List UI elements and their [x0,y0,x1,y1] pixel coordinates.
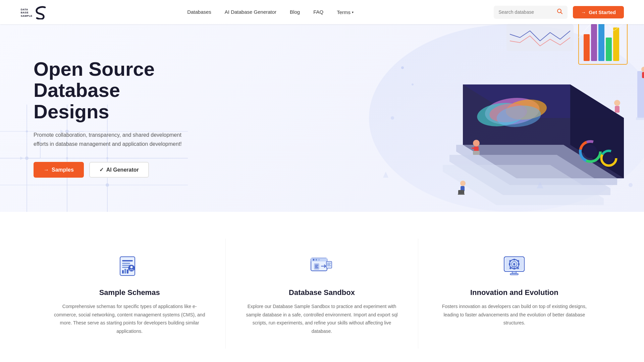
hero-buttons: → Samples ✓ AI Generator [34,162,195,178]
svg-rect-86 [122,270,124,274]
database-sandbox-icon [310,253,334,278]
terms-label: Terms [337,9,351,15]
arrow-right-icon: → [581,9,586,15]
svg-rect-33 [584,34,590,61]
svg-rect-87 [124,269,126,274]
svg-rect-119 [512,266,513,268]
sample-schemas-icon [117,253,142,278]
svg-point-94 [318,259,320,261]
nav-links: Databases AI Database Generator Blog FAQ… [187,9,354,15]
svg-point-47 [473,140,480,146]
nav-link-databases[interactable]: Databases [187,9,211,15]
svg-point-52 [614,100,620,106]
search-icon-button[interactable] [557,8,563,16]
svg-rect-51 [473,151,480,155]
sample-schemas-title: Sample Schemas [54,288,205,297]
svg-rect-71 [506,24,574,51]
svg-text:SAMPLE: SAMPLE [21,14,33,17]
nav-item-blog[interactable]: Blog [290,9,300,15]
sample-schemas-icon-wrap [116,252,143,279]
svg-rect-63 [642,72,644,78]
nav-item-ai[interactable]: AI Database Generator [225,9,276,15]
hero-description: Promote collaboration, transparency, and… [34,130,195,148]
svg-text:DATA: DATA [21,8,28,11]
nav-item-faq[interactable]: FAQ [313,9,323,15]
svg-rect-109 [514,259,515,260]
svg-rect-36 [606,38,612,61]
features-section: Sample Schemas Comprehensive schemas for… [0,212,644,362]
svg-point-93 [316,259,317,261]
svg-rect-100 [327,263,331,263]
svg-rect-88 [127,269,128,274]
svg-rect-97 [315,266,318,267]
svg-rect-121 [516,265,517,268]
svg-rect-111 [509,263,511,265]
get-started-button[interactable]: → Get Started [573,6,624,18]
arrow-right-icon: → [44,167,49,173]
get-started-label: Get Started [589,9,616,15]
svg-rect-98 [315,267,318,268]
svg-point-72 [401,66,404,69]
svg-rect-53 [615,106,620,113]
samples-button[interactable]: → Samples [34,162,84,178]
svg-point-73 [412,83,414,85]
navbar: DATA BASE SAMPLE Databases AI Database G… [0,0,644,24]
svg-rect-34 [591,24,597,61]
svg-rect-96 [315,265,318,265]
innovation-icon [502,253,526,278]
samples-label: Samples [52,167,74,173]
ai-generator-label: AI Generator [106,167,139,173]
svg-rect-58 [636,117,644,120]
svg-point-75 [629,183,633,187]
svg-rect-49 [472,147,474,149]
search-icon [557,8,563,14]
svg-rect-50 [476,147,479,149]
hero-illustration [362,24,644,212]
nav-right: → Get Started [494,6,624,19]
svg-rect-69 [458,190,464,194]
svg-point-85 [130,266,133,268]
innovation-desc: Fosters innovation as developers can bui… [438,302,590,327]
svg-rect-70 [458,194,465,195]
svg-rect-83 [122,267,129,268]
svg-rect-112 [518,263,520,265]
database-sandbox-icon-wrap [308,252,335,279]
svg-marker-78 [383,172,388,178]
svg-rect-102 [327,265,331,266]
svg-rect-80 [122,260,133,261]
svg-point-92 [313,259,315,261]
nav-item-databases[interactable]: Databases [187,9,211,15]
hero-section: Open Source Database Designs Promote col… [0,24,644,212]
svg-rect-81 [122,263,130,264]
svg-point-46 [604,154,613,163]
search-input[interactable] [498,9,554,15]
svg-point-43 [584,145,597,158]
svg-rect-35 [598,24,604,61]
svg-rect-37 [613,27,619,61]
svg-rect-120 [514,265,515,268]
logo[interactable]: DATA BASE SAMPLE [20,5,47,19]
search-box[interactable] [494,6,568,19]
nav-link-faq[interactable]: FAQ [313,9,323,15]
svg-text:BASE: BASE [21,11,29,14]
svg-rect-101 [327,264,330,265]
svg-rect-118 [510,274,518,275]
terms-dropdown-button[interactable]: Terms ▾ [337,9,354,15]
innovation-title: Innovation and Evolution [438,288,590,297]
nav-item-terms[interactable]: Terms ▾ [337,9,354,15]
innovation-icon-wrap [501,252,528,279]
hero-title: Open Source Database Designs [34,58,195,122]
checkmark-icon: ✓ [99,167,104,173]
database-sandbox-desc: Explore our Database Sample Sandbox to p… [246,302,397,335]
nav-link-ai[interactable]: AI Database Generator [225,9,276,15]
sample-schemas-desc: Comprehensive schemas for specific types… [54,302,205,335]
nav-link-blog[interactable]: Blog [290,9,300,15]
ai-generator-button[interactable]: ✓ AI Generator [89,162,149,178]
feature-card-database-sandbox: Database Sandbox Explore our Database Sa… [226,239,418,349]
feature-card-sample-schemas: Sample Schemas Comprehensive schemas for… [34,239,226,349]
svg-point-67 [460,181,466,186]
svg-point-74 [391,116,394,120]
hero-content: Open Source Database Designs Promote col… [0,32,228,205]
svg-rect-117 [512,272,516,274]
chevron-down-icon: ▾ [352,10,354,14]
